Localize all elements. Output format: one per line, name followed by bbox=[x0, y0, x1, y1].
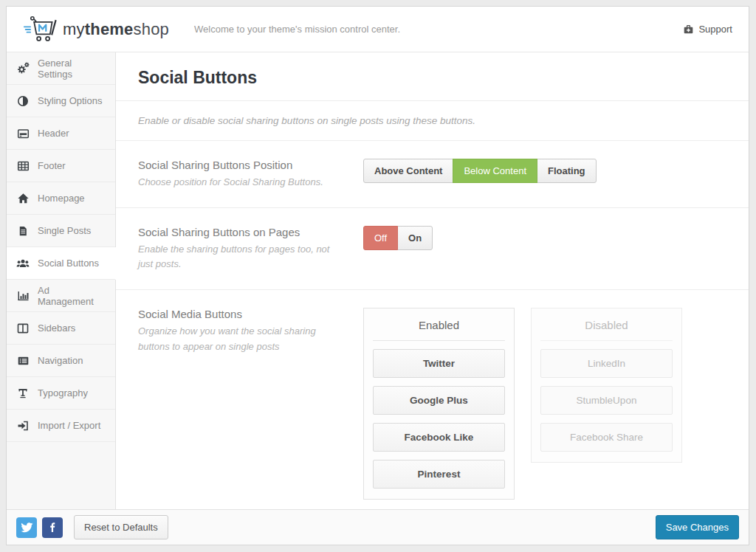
setting-title: Social Sharing Buttons on Pages bbox=[138, 226, 344, 238]
table-grid-icon bbox=[16, 160, 30, 172]
position-button-group: Above Content Below Content Floating bbox=[363, 159, 597, 190]
typography-icon bbox=[16, 387, 30, 399]
logo-wordmark: mythemeshop bbox=[63, 20, 169, 39]
sidebar-item-label: Footer bbox=[38, 160, 66, 171]
theme-options-panel: mythemeshop Welcome to your theme's miss… bbox=[6, 6, 749, 545]
file-text-icon bbox=[16, 225, 30, 237]
settings-content: Social Buttons Enable or disable social … bbox=[116, 52, 749, 509]
setting-label-block: Social Media Buttons Organize how you wa… bbox=[138, 308, 363, 500]
social-item-linkedin[interactable]: LinkedIn bbox=[540, 349, 673, 378]
pages-toggle-group: Off On bbox=[363, 226, 433, 272]
sidebar-item-ad-management[interactable]: Ad Management bbox=[7, 280, 115, 312]
setting-row-buttons-on-pages: Social Sharing Buttons on Pages Enable t… bbox=[116, 208, 749, 290]
twitter-bird-icon bbox=[21, 521, 33, 534]
above-content-button[interactable]: Above Content bbox=[363, 159, 453, 183]
sidebar-item-label: Navigation bbox=[38, 355, 83, 366]
columns-icon bbox=[16, 322, 30, 334]
save-changes-button[interactable]: Save Changes bbox=[656, 515, 739, 539]
sidebar-item-label: Sidebars bbox=[38, 322, 75, 334]
sidebar-item-label: Typography bbox=[38, 387, 88, 399]
enabled-panel: Enabled Twitter Google Plus Facebook Lik… bbox=[363, 308, 515, 500]
sidebar-item-navigation[interactable]: Navigation bbox=[7, 345, 115, 377]
header-layout-icon bbox=[16, 128, 30, 139]
support-kit-icon bbox=[683, 24, 694, 35]
import-export-icon bbox=[16, 420, 30, 432]
sidebar-item-label: Import / Export bbox=[38, 420, 100, 431]
home-icon bbox=[16, 193, 30, 204]
sidebar-item-label: Styling Options bbox=[38, 95, 102, 106]
action-bar: Reset to Defaults Save Changes bbox=[7, 509, 749, 545]
social-item-pinterest[interactable]: Pinterest bbox=[373, 460, 505, 489]
cart-logo-icon bbox=[23, 15, 57, 44]
disabled-panel: Disabled LinkedIn StumbleUpon Facebook S… bbox=[531, 308, 682, 463]
social-item-facebook-share[interactable]: Facebook Share bbox=[540, 423, 673, 452]
toggle-off-button[interactable]: Off bbox=[363, 226, 398, 250]
adjust-icon bbox=[16, 95, 30, 107]
setting-label-block: Social Sharing Buttons on Pages Enable t… bbox=[138, 226, 363, 272]
dual-list: Enabled Twitter Google Plus Facebook Lik… bbox=[363, 308, 682, 500]
sidebar-item-social-buttons[interactable]: Social Buttons bbox=[7, 247, 115, 280]
setting-help: Organize how you want the social sharing… bbox=[138, 324, 344, 353]
setting-help: Enable the sharing buttons for pages too… bbox=[138, 242, 344, 272]
facebook-f-icon bbox=[47, 521, 59, 534]
page-title: Social Buttons bbox=[116, 52, 749, 101]
sidebar-item-label: Single Posts bbox=[38, 225, 91, 236]
bar-chart-icon bbox=[16, 290, 30, 302]
sidebar-item-homepage[interactable]: Homepage bbox=[7, 182, 115, 215]
sidebar-item-header[interactable]: Header bbox=[7, 117, 115, 150]
setting-title: Social Sharing Buttons Position bbox=[138, 159, 344, 171]
sidebar-item-single-posts[interactable]: Single Posts bbox=[7, 215, 115, 247]
disabled-panel-title: Disabled bbox=[540, 308, 673, 341]
setting-label-block: Social Sharing Buttons Position Choose p… bbox=[138, 159, 363, 190]
reset-defaults-button[interactable]: Reset to Defaults bbox=[74, 515, 168, 539]
floating-button[interactable]: Floating bbox=[537, 159, 597, 183]
social-item-stumbleupon[interactable]: StumbleUpon bbox=[540, 386, 673, 415]
sidebar-item-label: Social Buttons bbox=[38, 258, 99, 269]
settings-sidebar: General Settings Styling Options bbox=[7, 52, 116, 509]
sidebar-item-sidebars[interactable]: Sidebars bbox=[7, 312, 115, 345]
setting-row-sharing-position: Social Sharing Buttons Position Choose p… bbox=[116, 141, 749, 208]
main-area: General Settings Styling Options bbox=[7, 52, 749, 509]
support-label: Support bbox=[698, 24, 732, 35]
sidebar-item-typography[interactable]: Typography bbox=[7, 377, 115, 410]
support-link[interactable]: Support bbox=[683, 24, 732, 35]
mythemeshop-logo: mythemeshop bbox=[23, 15, 169, 44]
users-icon bbox=[16, 258, 30, 269]
setting-row-social-media-buttons: Social Media Buttons Organize how you wa… bbox=[116, 290, 749, 517]
setting-title: Social Media Buttons bbox=[138, 308, 344, 320]
tagline: Welcome to your theme's mission control … bbox=[194, 24, 400, 35]
list-icon bbox=[16, 355, 30, 367]
below-content-button[interactable]: Below Content bbox=[453, 159, 537, 183]
sidebar-item-import-export[interactable]: Import / Export bbox=[7, 410, 115, 442]
top-bar: mythemeshop Welcome to your theme's miss… bbox=[7, 7, 749, 52]
enabled-panel-title: Enabled bbox=[373, 308, 505, 341]
sidebar-item-footer[interactable]: Footer bbox=[7, 150, 115, 182]
sidebar-item-styling-options[interactable]: Styling Options bbox=[7, 85, 115, 117]
sidebar-item-label: Homepage bbox=[38, 193, 85, 204]
twitter-button[interactable] bbox=[16, 517, 37, 538]
sidebar-item-label: Ad Management bbox=[38, 285, 106, 307]
social-item-facebook-like[interactable]: Facebook Like bbox=[373, 423, 505, 452]
sidebar-item-general-settings[interactable]: General Settings bbox=[7, 52, 115, 85]
social-item-google-plus[interactable]: Google Plus bbox=[373, 386, 505, 415]
page-description: Enable or disable social sharing buttons… bbox=[116, 101, 749, 141]
social-item-twitter[interactable]: Twitter bbox=[373, 349, 505, 378]
setting-help: Choose position for Social Sharing Butto… bbox=[138, 175, 344, 190]
sidebar-item-label: General Settings bbox=[38, 58, 106, 80]
facebook-button[interactable] bbox=[42, 517, 63, 538]
toggle-on-button[interactable]: On bbox=[397, 226, 433, 250]
sidebar-item-label: Header bbox=[38, 128, 69, 139]
gears-icon bbox=[16, 62, 30, 75]
